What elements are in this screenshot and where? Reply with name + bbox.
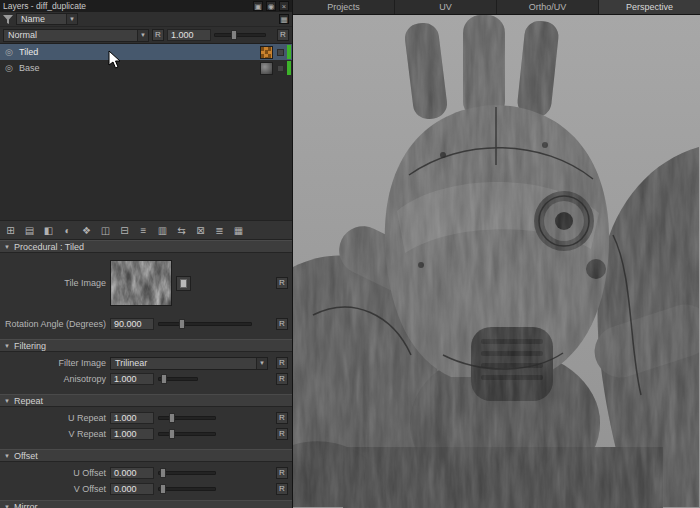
reset-anisotropy-button[interactable]: R — [276, 373, 288, 385]
tab-perspective[interactable]: Perspective — [598, 0, 700, 14]
u-repeat-label: U Repeat — [4, 413, 106, 423]
u-repeat-slider[interactable] — [158, 416, 216, 420]
palette-title: Layers - diff_duplicate — [3, 1, 86, 11]
viewport-canvas[interactable] — [293, 15, 700, 508]
viewport: Projects UV Ortho/UV Perspective — [293, 0, 700, 508]
add-procedural-layer-icon[interactable]: ❖ — [78, 223, 95, 238]
v-offset-slider[interactable] — [158, 487, 216, 491]
reset-blend-amount-button[interactable]: R — [277, 29, 289, 41]
name-filter-label: Name — [21, 14, 45, 24]
layers-palette: Layers - diff_duplicate ▣ ◉ × Name ▼ ▦ N… — [0, 0, 293, 508]
list-view-icon[interactable]: ≣ — [211, 223, 228, 238]
merge-layers-icon[interactable]: ⊟ — [116, 223, 133, 238]
u-offset-label: U Offset — [4, 468, 106, 478]
mari-window: Layers - diff_duplicate ▣ ◉ × Name ▼ ▦ N… — [0, 0, 700, 508]
add-layer-icon[interactable]: ⊞ — [2, 223, 19, 238]
filter-image-value: Trilinear — [115, 358, 147, 368]
v-repeat-field[interactable]: 1.000 — [110, 428, 154, 440]
layers-list: ◎ Tiled ◎ Base — [0, 43, 292, 220]
add-shader-layer-icon[interactable]: ◧ — [40, 223, 57, 238]
section-header-mirror[interactable]: ▼ Mirror — [0, 500, 292, 508]
u-repeat-field[interactable]: 1.000 — [110, 412, 154, 424]
grid-view-icon[interactable]: ▦ — [230, 223, 247, 238]
u-offset-slider[interactable] — [158, 471, 216, 475]
section-header-repeat[interactable]: ▼ Repeat — [0, 394, 292, 407]
chevron-down-icon: ▼ — [66, 14, 77, 24]
add-adjustment-layer-icon[interactable]: ◐ — [59, 223, 76, 238]
layer-cache-icon[interactable] — [277, 49, 284, 56]
reset-rotation-button[interactable]: R — [276, 318, 288, 330]
section-title: Offset — [14, 451, 38, 461]
reset-u-offset-button[interactable]: R — [276, 467, 288, 479]
paint-layer-type-icon[interactable] — [260, 62, 273, 75]
reset-v-repeat-button[interactable]: R — [276, 428, 288, 440]
browse-image-button[interactable] — [176, 276, 191, 291]
v-repeat-label: V Repeat — [4, 429, 106, 439]
v-repeat-slider[interactable] — [158, 432, 216, 436]
transfer-layer-icon[interactable]: ⇆ — [173, 223, 190, 238]
tab-ortho-uv[interactable]: Ortho/UV — [496, 0, 598, 14]
name-filter-dropdown[interactable]: Name ▼ — [16, 13, 78, 25]
remove-layer-icon[interactable]: ⊠ — [192, 223, 209, 238]
u-offset-row: U Offset 0.000 R — [0, 466, 292, 480]
robot-model-3d — [293, 15, 699, 508]
collapse-triangle-icon: ▼ — [4, 504, 10, 508]
v-repeat-row: V Repeat 1.000 R — [0, 427, 292, 441]
u-offset-field[interactable]: 0.000 — [110, 467, 154, 479]
reset-tile-image-button[interactable]: R — [276, 277, 288, 289]
rotation-slider[interactable] — [158, 322, 252, 326]
flatten-layers-icon[interactable]: ≡ — [135, 223, 152, 238]
reset-filter-image-button[interactable]: R — [276, 357, 288, 369]
section-title: Procedural : Tiled — [14, 242, 84, 252]
blend-amount-field[interactable]: 1.000 — [167, 29, 211, 41]
tab-uv[interactable]: UV — [394, 0, 496, 14]
reset-u-repeat-button[interactable]: R — [276, 412, 288, 424]
anisotropy-slider[interactable] — [158, 377, 198, 381]
chevron-down-icon: ▼ — [256, 358, 267, 369]
rotation-label: Rotation Angle (Degrees) — [4, 319, 106, 329]
collapse-triangle-icon: ▼ — [4, 453, 10, 459]
file-page-icon — [180, 279, 187, 288]
blend-mode-dropdown[interactable]: Normal ▼ — [3, 29, 149, 42]
palette-titlebar[interactable]: Layers - diff_duplicate ▣ ◉ × — [0, 0, 292, 12]
tile-image-thumbnail[interactable] — [110, 260, 172, 306]
v-offset-field[interactable]: 0.000 — [110, 483, 154, 495]
blend-row: Normal ▼ R 1.000 R — [0, 27, 292, 43]
v-offset-row: V Offset 0.000 R — [0, 482, 292, 496]
palette-window-controls: ▣ ◉ × — [253, 1, 289, 11]
v-offset-label: V Offset — [4, 484, 106, 494]
panel-dock-icon[interactable]: ▣ — [253, 1, 263, 11]
duplicate-layer-icon[interactable]: ▥ — [154, 223, 171, 238]
section-header-procedural[interactable]: ▼ Procedural : Tiled — [0, 240, 292, 253]
close-icon[interactable]: × — [279, 1, 289, 11]
section-header-offset[interactable]: ▼ Offset — [0, 449, 292, 462]
layers-filter-row: Name ▼ ▦ — [0, 12, 292, 27]
pin-icon[interactable]: ◉ — [266, 1, 276, 11]
rotation-field[interactable]: 90.000 — [110, 318, 154, 330]
blend-amount-slider[interactable] — [214, 33, 266, 37]
section-header-filtering[interactable]: ▼ Filtering — [0, 339, 292, 352]
reset-v-offset-button[interactable]: R — [276, 483, 288, 495]
section-title: Filtering — [14, 341, 46, 351]
u-repeat-row: U Repeat 1.000 R — [0, 411, 292, 425]
filter-image-label: Filter Image — [4, 358, 106, 368]
collapse-triangle-icon: ▼ — [4, 398, 10, 404]
add-channel-layer-icon[interactable]: ▤ — [21, 223, 38, 238]
anisotropy-label: Anisotropy — [4, 374, 106, 384]
layer-row-tiled[interactable]: ◎ Tiled — [0, 44, 292, 60]
visibility-eye-icon[interactable]: ◎ — [3, 63, 15, 73]
layers-toolbar: ⊞ ▤ ◧ ◐ ❖ ◫ ⊟ ≡ ▥ ⇆ ⊠ ≣ ▦ — [0, 220, 292, 240]
filter-image-dropdown[interactable]: Trilinear ▼ — [110, 357, 268, 370]
add-graph-layer-icon[interactable]: ◫ — [97, 223, 114, 238]
layer-cache-icon[interactable] — [277, 65, 284, 72]
tab-projects[interactable]: Projects — [293, 0, 394, 14]
palette-options-icon[interactable]: ▦ — [279, 14, 289, 24]
filter-image-row: Filter Image Trilinear ▼ R — [0, 356, 292, 370]
anisotropy-field[interactable]: 1.000 — [110, 373, 154, 385]
layer-row-base[interactable]: ◎ Base — [0, 60, 292, 76]
visibility-eye-icon[interactable]: ◎ — [3, 47, 15, 57]
procedural-layer-type-icon[interactable] — [260, 46, 273, 59]
layer-status-bar — [287, 45, 291, 59]
reset-blend-mode-button[interactable]: R — [152, 29, 164, 41]
section-title: Repeat — [14, 396, 43, 406]
